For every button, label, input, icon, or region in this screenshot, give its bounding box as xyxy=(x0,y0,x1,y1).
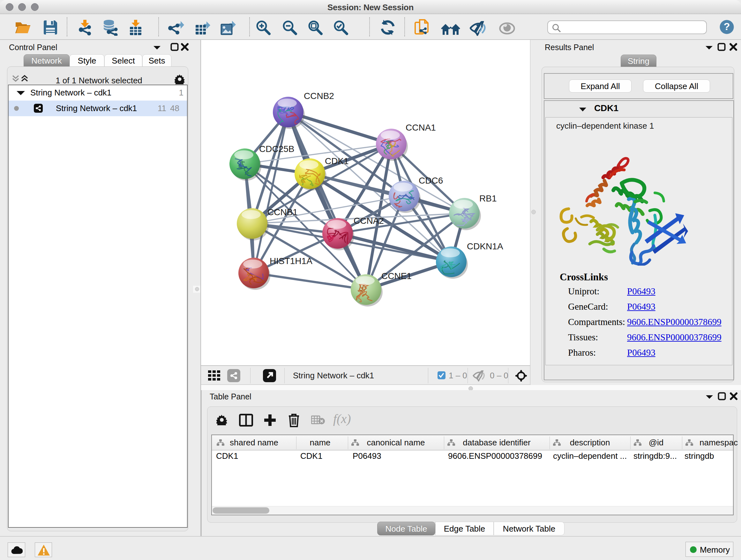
svg-text:CDC25B: CDC25B xyxy=(259,144,294,154)
svg-text:CCNB1: CCNB1 xyxy=(267,207,298,217)
svg-text:?: ? xyxy=(724,21,730,32)
svg-text:CCNB2: CCNB2 xyxy=(304,91,334,101)
svg-text:HIST1H1A: HIST1H1A xyxy=(270,256,313,266)
svg-text:CCNE1: CCNE1 xyxy=(381,271,412,281)
svg-text:CCNA2: CCNA2 xyxy=(354,216,384,226)
svg-text:RB1: RB1 xyxy=(479,193,496,203)
svg-text:CDC6: CDC6 xyxy=(419,176,443,186)
svg-text:CDKN1A: CDKN1A xyxy=(467,241,503,251)
svg-text:CCNA1: CCNA1 xyxy=(406,123,436,132)
svg-text:CDK1: CDK1 xyxy=(325,156,349,166)
